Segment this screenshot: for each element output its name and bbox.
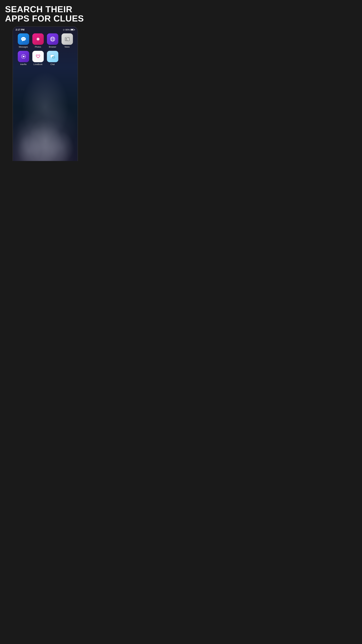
interflix-label: Interflix [20,63,27,66]
battery-percent: 90% [65,28,70,31]
battery-fill [71,29,73,30]
interflix-icon [18,51,29,62]
photos-icon [32,33,44,45]
app-browser[interactable]: Browser [46,33,59,48]
news-icon [61,33,73,45]
svg-point-13 [50,37,55,41]
battery-tip [74,29,75,30]
app-news[interactable]: News [61,33,73,48]
chat-label: Chat [50,63,55,66]
messages-icon [18,33,29,45]
news-label: News [64,46,69,48]
app-interflix[interactable]: Interflix [17,51,30,66]
svg-point-2 [22,38,23,39]
apps-row-1: Messages [13,32,78,50]
no-disturb-icon: ⊘ [63,28,65,31]
browser-label: Browser [49,46,56,48]
browser-icon [47,33,58,45]
app-lovebook[interactable]: LoveBook [31,51,44,66]
headline-line2: APPS FOR CLUES [5,14,84,23]
smoke-layer2 [13,94,78,161]
status-right: ⊘ 90% [63,28,75,31]
headline-text: SEARCH THEIR APPS FOR CLUES [5,5,85,23]
svg-point-14 [52,37,54,41]
lovebook-icon [32,51,44,62]
svg-rect-18 [66,38,67,40]
svg-marker-26 [51,57,52,58]
phone-screen: 2:17 PM ⊘ 90% [13,27,78,161]
svg-point-30 [54,57,54,58]
empty-slot [61,51,73,62]
svg-point-28 [53,57,53,58]
app-photos[interactable]: Photos [31,33,44,48]
battery-icon [70,29,75,31]
svg-point-4 [24,38,25,39]
svg-point-29 [53,57,54,58]
svg-marker-24 [23,56,25,58]
headline-section: SEARCH THEIR APPS FOR CLUES [0,0,90,26]
svg-point-3 [23,38,24,39]
app-messages[interactable]: Messages [17,33,30,48]
headline-line1: SEARCH THEIR [5,4,72,14]
chat-icon [47,51,58,62]
app-empty [61,51,73,66]
lovebook-label: LoveBook [33,63,42,66]
phone-frame: 2:17 PM ⊘ 90% [12,26,78,161]
apps-row-2: Interflix LoveBook [13,50,78,67]
app-chat[interactable]: Chat [46,51,59,66]
messages-label: Messages [19,46,28,48]
photos-label: Photos [35,46,41,48]
status-time: 2:17 PM [15,28,24,31]
status-bar: 2:17 PM ⊘ 90% [13,27,78,32]
svg-point-8 [37,39,38,40]
battery-body [70,29,74,31]
